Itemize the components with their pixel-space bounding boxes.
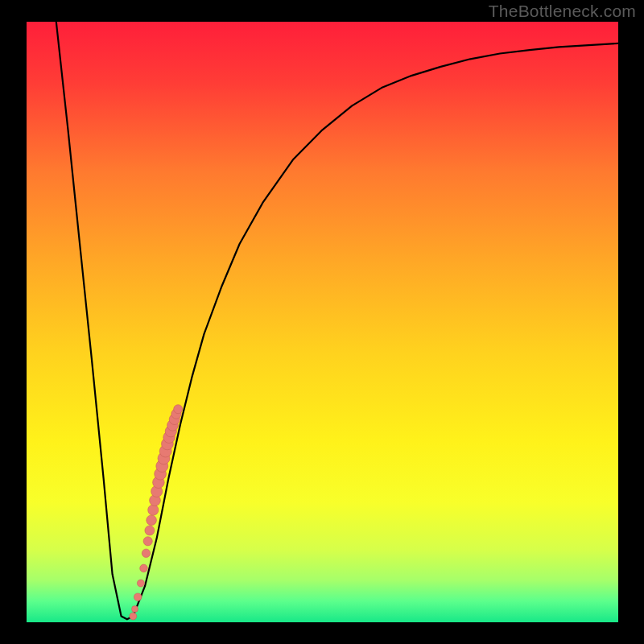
watermark-text: TheBottleneck.com bbox=[489, 2, 636, 21]
highlight-dot bbox=[134, 593, 142, 601]
plot-background bbox=[27, 22, 618, 622]
highlight-dot bbox=[145, 526, 155, 535]
highlight-dot bbox=[147, 515, 157, 526]
frame-left bbox=[0, 0, 27, 644]
frame-bottom bbox=[0, 622, 644, 644]
bottleneck-chart-svg bbox=[0, 0, 644, 644]
highlight-dot bbox=[132, 606, 138, 613]
highlight-dot bbox=[142, 549, 150, 557]
highlight-dot bbox=[140, 564, 148, 572]
highlight-dot bbox=[130, 613, 137, 620]
chart-stage: TheBottleneck.com bbox=[0, 0, 644, 644]
highlight-dot bbox=[174, 405, 183, 414]
highlight-dot bbox=[148, 505, 159, 515]
frame-right bbox=[618, 0, 644, 644]
highlight-dot bbox=[143, 537, 152, 546]
highlight-dot bbox=[137, 580, 144, 587]
